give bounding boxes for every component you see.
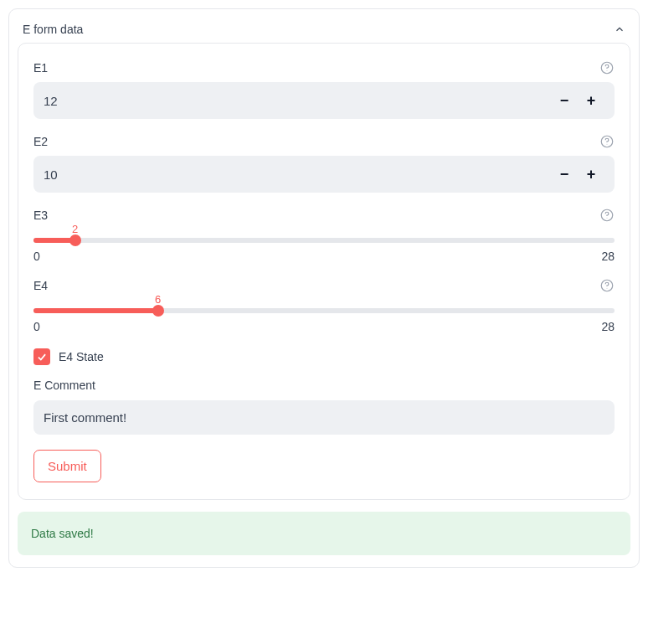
slider-value-label-e4: 6 (155, 293, 161, 306)
increment-button-e2[interactable]: + (578, 161, 604, 188)
help-icon[interactable] (599, 134, 615, 149)
label-comment: E Comment (33, 379, 615, 392)
form-body: E1 12 − + E2 (18, 43, 630, 500)
field-comment: E Comment (33, 379, 615, 435)
field-e4: E4 6 0 28 (33, 278, 615, 333)
slider-thumb-e4[interactable] (152, 305, 164, 317)
slider-fill-e4 (33, 308, 158, 313)
increment-button-e1[interactable]: + (578, 87, 604, 114)
slider-max-e3: 28 (601, 250, 615, 263)
slider-e3[interactable]: 2 (33, 238, 615, 243)
chevron-up-icon (614, 23, 625, 35)
slider-max-e4: 28 (601, 320, 615, 333)
checkbox-e4state[interactable] (33, 348, 50, 365)
checkbox-row-e4state: E4 State (33, 348, 615, 365)
slider-value-label-e3: 2 (72, 223, 78, 235)
success-alert: Data saved! (18, 512, 630, 555)
decrement-button-e2[interactable]: − (551, 161, 578, 188)
panel-header[interactable]: E form data (18, 18, 630, 43)
field-e3: E3 2 0 28 (33, 208, 615, 263)
label-e1: E1 (33, 61, 48, 75)
slider-e4[interactable]: 6 (33, 308, 615, 313)
form-panel: E form data E1 12 − + E (8, 8, 640, 568)
alert-message: Data saved! (31, 527, 94, 540)
help-icon[interactable] (599, 60, 615, 75)
label-e4: E4 (33, 279, 48, 292)
decrement-button-e1[interactable]: − (551, 87, 578, 114)
svg-point-3 (607, 144, 608, 145)
label-e2: E2 (33, 135, 48, 148)
help-icon[interactable] (599, 278, 615, 293)
check-icon (36, 351, 48, 363)
svg-point-1 (607, 70, 608, 71)
slider-min-e3: 0 (33, 250, 40, 263)
stepper-e2: 10 − + (33, 156, 615, 193)
comment-input[interactable] (33, 400, 615, 435)
svg-point-7 (607, 288, 608, 289)
slider-min-e4: 0 (33, 320, 40, 333)
submit-button[interactable]: Submit (33, 450, 101, 482)
label-e3: E3 (33, 209, 48, 222)
help-icon[interactable] (599, 208, 615, 223)
field-e2: E2 10 − + (33, 134, 615, 193)
stepper-value-e1: 12 (44, 94, 551, 108)
checkbox-label-e4state: E4 State (59, 350, 104, 363)
stepper-e1: 12 − + (33, 82, 615, 119)
svg-point-5 (607, 218, 608, 219)
panel-title: E form data (23, 23, 83, 36)
field-e1: E1 12 − + (33, 60, 615, 119)
stepper-value-e2: 10 (44, 167, 551, 182)
slider-thumb-e3[interactable] (69, 234, 81, 246)
